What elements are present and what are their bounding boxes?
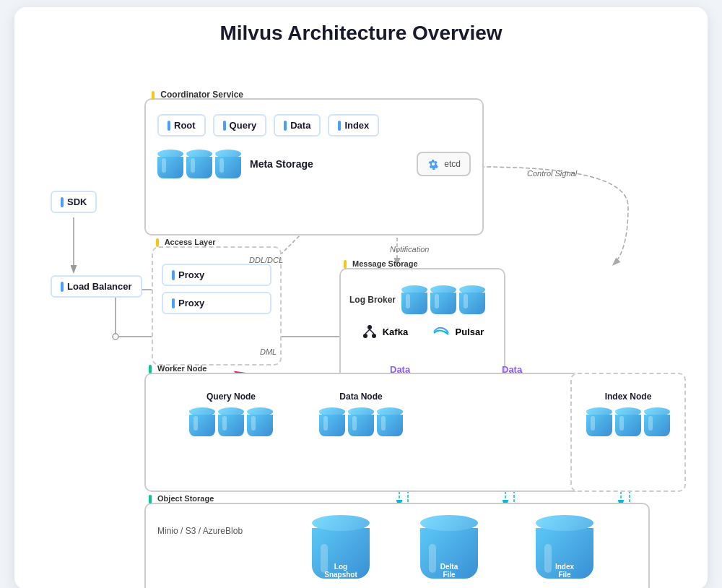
- data-node-cylinders: [319, 407, 403, 436]
- kafka-pulsar-row: Kafka Pulsar: [341, 320, 504, 349]
- load-balancer-box: Load Balancer: [51, 275, 142, 298]
- control-signal-label: Control Signal: [527, 169, 577, 178]
- architecture-diagram: SDK Load Balancer Coordinator Service Ro…: [36, 62, 686, 568]
- qn-cyl-3: [247, 407, 273, 436]
- sdk-component: SDK: [51, 191, 97, 213]
- db-cyl-3: [215, 150, 241, 178]
- index-node-label: Index Node: [586, 392, 670, 402]
- notification-label: Notification: [390, 245, 429, 254]
- delta-file-wrapper: DeltaFile: [420, 515, 478, 580]
- svg-line-32: [365, 329, 370, 334]
- data-node-wrapper: Data Node: [319, 389, 403, 436]
- svg-point-31: [372, 334, 376, 338]
- load-balancer-label: Load Balancer: [67, 281, 132, 292]
- pulsar-wrapper: Pulsar: [431, 323, 484, 340]
- data-node-label: Data Node: [319, 392, 403, 402]
- dn-cyl-2: [348, 407, 374, 436]
- index-file-cylinder: IndexFile: [536, 515, 593, 580]
- proxy2-wrapper: Proxy: [162, 292, 271, 314]
- index-file-wrapper: IndexFile: [536, 515, 593, 580]
- proxy1-wrapper: Proxy: [162, 264, 271, 286]
- dn-cyl-1: [319, 407, 345, 436]
- qn-cyl-2: [218, 407, 244, 436]
- log-cyl-2: [430, 285, 456, 314]
- main-page: Milvus Architecture Overview: [14, 7, 708, 588]
- query-node-wrapper: Query Node: [189, 389, 273, 436]
- log-broker-cylinders: [401, 285, 485, 314]
- in-cyl-1: [586, 407, 612, 436]
- meta-storage-label: Meta Storage: [250, 158, 313, 170]
- meta-storage-row: Meta Storage etcd: [146, 144, 482, 184]
- svg-point-30: [363, 334, 367, 338]
- in-cyl-3: [644, 407, 670, 436]
- index-node-cylinders: [586, 407, 670, 436]
- etcd-label: etcd: [444, 159, 461, 169]
- svg-point-29: [367, 325, 372, 329]
- log-broker-row: Log Broker: [341, 269, 504, 320]
- log-cyl-1: [401, 285, 427, 314]
- sdk-box: SDK: [51, 191, 97, 213]
- etcd-box: etcd: [417, 152, 471, 176]
- coordinator-box: Coordinator Service Root Query Data Inde…: [144, 98, 484, 235]
- index-box: Index: [328, 114, 379, 137]
- kafka-wrapper: Kafka: [361, 323, 408, 340]
- access-layer-label: Access Layer: [156, 238, 216, 247]
- dn-cyl-3: [377, 407, 403, 436]
- load-balancer-component: Load Balancer: [51, 275, 142, 298]
- coordinator-row: Root Query Data Index: [146, 100, 482, 144]
- in-cyl-2: [615, 407, 641, 436]
- sdk-label: SDK: [67, 196, 87, 207]
- message-storage-box: Message Storage Log Broker: [339, 268, 505, 380]
- minio-label: Minio / S3 / AzureBlob: [157, 526, 243, 536]
- worker-node-label: Worker Node: [149, 364, 206, 373]
- db-cyl-1: [157, 150, 183, 178]
- root-box: Root: [157, 114, 206, 137]
- kafka-icon: [361, 323, 378, 340]
- object-storage-label: Object Storage: [149, 494, 214, 503]
- log-snapshot-wrapper: LogSnapshot: [312, 515, 370, 580]
- proxy1-box: Proxy: [162, 264, 271, 286]
- query-node-cylinders: [189, 407, 273, 436]
- pulsar-icon: [431, 323, 451, 340]
- kafka-label: Kafka: [383, 327, 408, 337]
- message-storage-label: Message Storage: [344, 259, 418, 269]
- svg-point-5: [113, 334, 118, 340]
- ddl-label: DDL/DCL: [249, 256, 283, 264]
- etcd-icon: [427, 157, 440, 170]
- index-node-wrapper: Index Node: [586, 389, 670, 436]
- log-snapshot-cylinder: LogSnapshot: [312, 515, 370, 580]
- pulsar-label: Pulsar: [456, 327, 484, 337]
- object-storage-box: Object Storage Minio / S3 / AzureBlob Lo…: [144, 503, 650, 588]
- log-cyl-3: [459, 285, 485, 314]
- index-node-box: Index Node: [570, 373, 686, 492]
- query-box: Query: [213, 114, 267, 137]
- query-node-label: Query Node: [189, 392, 273, 402]
- data-box: Data: [274, 114, 321, 137]
- log-broker-label: Log Broker: [349, 295, 396, 305]
- svg-line-33: [370, 329, 374, 334]
- db-cyl-2: [186, 150, 212, 178]
- page-title: Milvus Architecture Overview: [36, 22, 686, 45]
- qn-cyl-1: [189, 407, 215, 436]
- dml-label: DML: [260, 347, 277, 356]
- delta-file-cylinder: DeltaFile: [420, 515, 478, 580]
- meta-cylinders: [157, 150, 241, 178]
- proxy2-box: Proxy: [162, 292, 271, 314]
- coordinator-label: Coordinator Service: [152, 90, 243, 100]
